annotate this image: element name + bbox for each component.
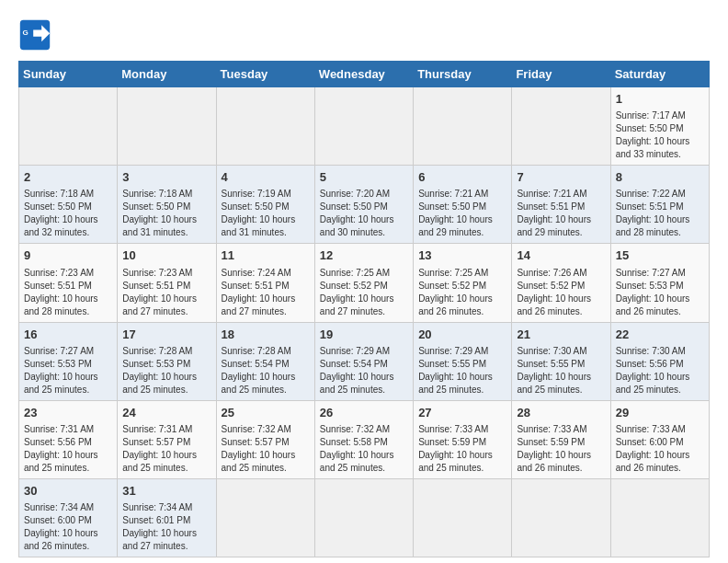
column-header-saturday: Saturday <box>610 62 709 87</box>
day-info: Sunrise: 7:33 AM Sunset: 5:59 PM Dayligh… <box>418 423 506 475</box>
calendar-cell: 30Sunrise: 7:34 AM Sunset: 6:00 PM Dayli… <box>19 478 118 557</box>
calendar-week-6: 30Sunrise: 7:34 AM Sunset: 6:00 PM Dayli… <box>19 478 710 557</box>
day-info: Sunrise: 7:27 AM Sunset: 5:53 PM Dayligh… <box>616 267 704 318</box>
day-number: 1 <box>616 91 704 108</box>
svg-text:G: G <box>23 29 28 37</box>
column-header-thursday: Thursday <box>414 62 512 87</box>
calendar-cell: 8Sunrise: 7:22 AM Sunset: 5:51 PM Daylig… <box>610 166 709 244</box>
column-header-monday: Monday <box>118 62 216 87</box>
day-number: 10 <box>122 247 210 264</box>
day-info: Sunrise: 7:19 AM Sunset: 5:50 PM Dayligh… <box>222 188 310 239</box>
calendar-table: SundayMondayTuesdayWednesdayThursdayFrid… <box>18 61 710 557</box>
day-number: 3 <box>122 169 210 186</box>
calendar-week-4: 16Sunrise: 7:27 AM Sunset: 5:53 PM Dayli… <box>19 322 710 400</box>
day-info: Sunrise: 7:23 AM Sunset: 5:51 PM Dayligh… <box>122 267 210 318</box>
day-info: Sunrise: 7:23 AM Sunset: 5:51 PM Dayligh… <box>24 267 112 318</box>
calendar-cell: 2Sunrise: 7:18 AM Sunset: 5:50 PM Daylig… <box>19 166 118 244</box>
logo: G <box>18 18 55 52</box>
header-row: SundayMondayTuesdayWednesdayThursdayFrid… <box>19 62 710 87</box>
day-info: Sunrise: 7:32 AM Sunset: 5:57 PM Dayligh… <box>222 423 310 475</box>
day-number: 24 <box>122 405 210 421</box>
page-header: G <box>18 18 710 52</box>
day-number: 12 <box>320 247 408 264</box>
column-header-friday: Friday <box>512 62 610 87</box>
calendar-cell: 31Sunrise: 7:34 AM Sunset: 6:01 PM Dayli… <box>118 478 216 557</box>
day-info: Sunrise: 7:27 AM Sunset: 5:53 PM Dayligh… <box>24 345 112 396</box>
calendar-cell: 22Sunrise: 7:30 AM Sunset: 5:56 PM Dayli… <box>610 322 709 400</box>
day-number: 21 <box>517 327 605 343</box>
day-number: 13 <box>418 247 506 264</box>
calendar-cell: 7Sunrise: 7:21 AM Sunset: 5:51 PM Daylig… <box>512 166 610 244</box>
day-number: 30 <box>24 483 112 500</box>
calendar-week-2: 2Sunrise: 7:18 AM Sunset: 5:50 PM Daylig… <box>19 166 710 244</box>
day-number: 17 <box>122 327 210 343</box>
day-number: 25 <box>222 405 310 421</box>
day-number: 23 <box>24 405 112 421</box>
calendar-cell <box>216 87 314 166</box>
calendar-cell: 3Sunrise: 7:18 AM Sunset: 5:50 PM Daylig… <box>118 166 216 244</box>
day-info: Sunrise: 7:25 AM Sunset: 5:52 PM Dayligh… <box>320 267 408 318</box>
day-info: Sunrise: 7:18 AM Sunset: 5:50 PM Dayligh… <box>122 188 210 239</box>
calendar-week-5: 23Sunrise: 7:31 AM Sunset: 5:56 PM Dayli… <box>19 400 710 478</box>
calendar-cell: 23Sunrise: 7:31 AM Sunset: 5:56 PM Dayli… <box>19 400 118 478</box>
day-number: 9 <box>24 247 112 264</box>
calendar-cell <box>314 478 413 557</box>
column-header-sunday: Sunday <box>19 62 118 87</box>
calendar-cell <box>512 478 610 557</box>
day-info: Sunrise: 7:28 AM Sunset: 5:53 PM Dayligh… <box>122 345 210 396</box>
day-info: Sunrise: 7:29 AM Sunset: 5:54 PM Dayligh… <box>320 345 408 396</box>
calendar-cell: 17Sunrise: 7:28 AM Sunset: 5:53 PM Dayli… <box>118 322 216 400</box>
day-number: 19 <box>320 327 408 343</box>
day-number: 22 <box>616 327 704 343</box>
calendar-cell: 15Sunrise: 7:27 AM Sunset: 5:53 PM Dayli… <box>610 244 709 322</box>
calendar-cell: 14Sunrise: 7:26 AM Sunset: 5:52 PM Dayli… <box>512 244 610 322</box>
day-info: Sunrise: 7:29 AM Sunset: 5:55 PM Dayligh… <box>418 345 506 396</box>
day-info: Sunrise: 7:31 AM Sunset: 5:57 PM Dayligh… <box>122 423 210 475</box>
day-number: 11 <box>222 247 310 264</box>
day-info: Sunrise: 7:34 AM Sunset: 6:00 PM Dayligh… <box>24 501 112 553</box>
calendar-cell: 28Sunrise: 7:33 AM Sunset: 5:59 PM Dayli… <box>512 400 610 478</box>
day-number: 26 <box>320 405 408 421</box>
day-number: 15 <box>616 247 704 264</box>
day-info: Sunrise: 7:21 AM Sunset: 5:51 PM Dayligh… <box>517 188 605 239</box>
calendar-cell: 26Sunrise: 7:32 AM Sunset: 5:58 PM Dayli… <box>314 400 413 478</box>
day-info: Sunrise: 7:33 AM Sunset: 6:00 PM Dayligh… <box>616 423 704 475</box>
day-info: Sunrise: 7:17 AM Sunset: 5:50 PM Dayligh… <box>616 109 704 161</box>
day-number: 8 <box>616 169 704 186</box>
calendar-week-3: 9Sunrise: 7:23 AM Sunset: 5:51 PM Daylig… <box>19 244 710 322</box>
calendar-cell <box>414 87 512 166</box>
calendar-cell: 9Sunrise: 7:23 AM Sunset: 5:51 PM Daylig… <box>19 244 118 322</box>
column-header-tuesday: Tuesday <box>216 62 314 87</box>
day-number: 6 <box>418 169 506 186</box>
day-number: 20 <box>418 327 506 343</box>
day-number: 18 <box>222 327 310 343</box>
calendar-cell: 10Sunrise: 7:23 AM Sunset: 5:51 PM Dayli… <box>118 244 216 322</box>
calendar-cell: 24Sunrise: 7:31 AM Sunset: 5:57 PM Dayli… <box>118 400 216 478</box>
calendar-cell <box>216 478 314 557</box>
calendar-cell: 27Sunrise: 7:33 AM Sunset: 5:59 PM Dayli… <box>414 400 512 478</box>
day-info: Sunrise: 7:30 AM Sunset: 5:55 PM Dayligh… <box>517 345 605 396</box>
calendar-cell <box>118 87 216 166</box>
calendar-cell <box>512 87 610 166</box>
calendar-cell: 25Sunrise: 7:32 AM Sunset: 5:57 PM Dayli… <box>216 400 314 478</box>
calendar-cell <box>610 478 709 557</box>
day-number: 29 <box>616 405 704 421</box>
day-number: 14 <box>517 247 605 264</box>
calendar-cell <box>314 87 413 166</box>
logo-icon: G <box>18 18 51 52</box>
day-number: 16 <box>24 327 112 343</box>
day-number: 28 <box>517 405 605 421</box>
day-info: Sunrise: 7:25 AM Sunset: 5:52 PM Dayligh… <box>418 267 506 318</box>
day-info: Sunrise: 7:31 AM Sunset: 5:56 PM Dayligh… <box>24 423 112 475</box>
calendar-cell: 20Sunrise: 7:29 AM Sunset: 5:55 PM Dayli… <box>414 322 512 400</box>
calendar-cell: 4Sunrise: 7:19 AM Sunset: 5:50 PM Daylig… <box>216 166 314 244</box>
day-info: Sunrise: 7:33 AM Sunset: 5:59 PM Dayligh… <box>517 423 605 475</box>
day-info: Sunrise: 7:18 AM Sunset: 5:50 PM Dayligh… <box>24 188 112 239</box>
day-info: Sunrise: 7:24 AM Sunset: 5:51 PM Dayligh… <box>222 267 310 318</box>
calendar-cell: 6Sunrise: 7:21 AM Sunset: 5:50 PM Daylig… <box>414 166 512 244</box>
calendar-cell: 19Sunrise: 7:29 AM Sunset: 5:54 PM Dayli… <box>314 322 413 400</box>
day-info: Sunrise: 7:26 AM Sunset: 5:52 PM Dayligh… <box>517 267 605 318</box>
calendar-cell: 16Sunrise: 7:27 AM Sunset: 5:53 PM Dayli… <box>19 322 118 400</box>
column-header-wednesday: Wednesday <box>314 62 413 87</box>
calendar-week-1: 1Sunrise: 7:17 AM Sunset: 5:50 PM Daylig… <box>19 87 710 166</box>
